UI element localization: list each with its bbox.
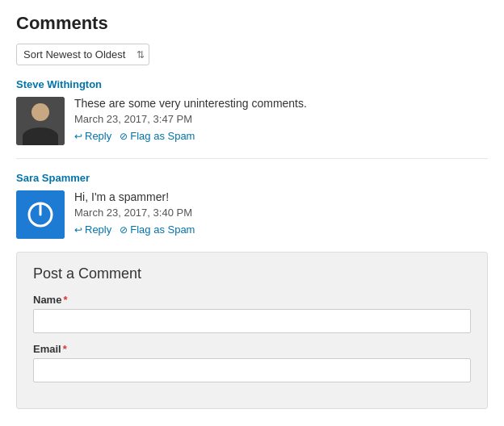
post-comment-section: Post a Comment Name* Email* <box>16 252 488 409</box>
spam-icon-steve: ⊘ <box>120 131 128 142</box>
sort-wrapper: Sort Newest to Oldest Sort Oldest to New… <box>16 44 149 65</box>
comment-section-1: Steve Withington These are some very uni… <box>16 78 488 145</box>
email-input[interactable] <box>33 358 471 382</box>
comment-date-sara: March 23, 2017, 3:40 PM <box>74 207 488 219</box>
sort-select[interactable]: Sort Newest to Oldest Sort Oldest to New… <box>16 44 149 65</box>
comment-author-steve[interactable]: Steve Withington <box>16 78 488 90</box>
reply-icon-steve: ↩ <box>74 131 82 142</box>
post-comment-title: Post a Comment <box>33 265 471 282</box>
comment-text-sara: Hi, I'm a spammer! <box>74 190 488 203</box>
reply-button-steve[interactable]: ↩ Reply <box>74 130 111 142</box>
name-field-group: Name* <box>33 294 471 333</box>
comment-author-sara[interactable]: Sara Spammer <box>16 172 488 184</box>
comment-meta-steve: These are some very uninteresting commen… <box>74 97 488 142</box>
name-label-text: Name <box>33 294 61 306</box>
email-required-star: * <box>63 343 67 355</box>
avatar-steve <box>16 97 65 145</box>
comment-actions-sara: ↩ Reply ⊘ Flag as Spam <box>74 223 488 236</box>
comment-text-steve: These are some very uninteresting commen… <box>74 97 488 110</box>
divider-1 <box>16 158 488 159</box>
spam-icon-sara: ⊘ <box>120 224 128 236</box>
name-required-star: * <box>63 294 67 306</box>
spam-label-sara: Flag as Spam <box>130 223 195 236</box>
comment-section-2: Sara Spammer Hi, I'm a spammer! March 23… <box>16 172 488 239</box>
comment-date-steve: March 23, 2017, 3:47 PM <box>74 113 488 125</box>
name-label: Name* <box>33 294 471 306</box>
name-input[interactable] <box>33 309 471 333</box>
email-label: Email* <box>33 343 471 355</box>
comment-actions-steve: ↩ Reply ⊘ Flag as Spam <box>74 130 488 142</box>
comment-body-sara: Hi, I'm a spammer! March 23, 2017, 3:40 … <box>16 190 488 239</box>
power-icon <box>26 200 55 229</box>
reply-label-steve: Reply <box>85 130 111 142</box>
flag-spam-button-steve[interactable]: ⊘ Flag as Spam <box>120 130 195 142</box>
comment-body-steve: These are some very uninteresting commen… <box>16 97 488 145</box>
reply-label-sara: Reply <box>85 223 111 236</box>
reply-button-sara[interactable]: ↩ Reply <box>74 223 111 236</box>
email-label-text: Email <box>33 343 61 355</box>
reply-icon-sara: ↩ <box>74 224 82 236</box>
comment-meta-sara: Hi, I'm a spammer! March 23, 2017, 3:40 … <box>74 190 488 236</box>
spam-label-steve: Flag as Spam <box>130 130 195 142</box>
email-field-group: Email* <box>33 343 471 382</box>
avatar-sara <box>16 190 65 239</box>
page-title: Comments <box>16 13 488 34</box>
flag-spam-button-sara[interactable]: ⊘ Flag as Spam <box>120 223 195 236</box>
